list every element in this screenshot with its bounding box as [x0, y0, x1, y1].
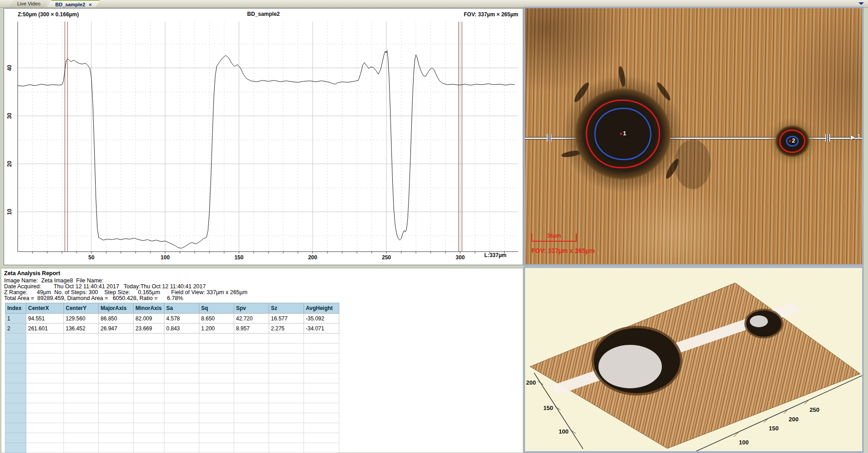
empty-cell [269, 353, 304, 363]
value-cell[interactable]: 4.578 [164, 314, 199, 324]
empty-table-row[interactable] [5, 383, 339, 393]
empty-cell [134, 334, 164, 343]
empty-table-row[interactable] [5, 353, 339, 363]
value-cell[interactable]: 42.720 [234, 314, 269, 324]
value-cell[interactable]: 26.947 [99, 324, 134, 334]
value-cell[interactable]: 261.601 [26, 324, 64, 334]
empty-cell [5, 413, 26, 423]
empty-table-row[interactable] [5, 343, 339, 353]
empty-table-row[interactable] [5, 403, 339, 413]
empty-cell [304, 393, 339, 403]
value-cell[interactable]: 86.850 [99, 314, 134, 324]
empty-cell [26, 353, 64, 363]
empty-cell [199, 393, 234, 403]
empty-cell [26, 363, 64, 373]
tab-overflow-button[interactable] [858, 1, 864, 6]
view-3d-panel[interactable]: 200150100250200150100 [524, 267, 863, 452]
empty-cell [234, 334, 269, 343]
chart-title: BD_sample2 [4, 11, 523, 17]
empty-cell [134, 383, 164, 393]
empty-cell [304, 334, 339, 343]
crater-1-cut-face [598, 345, 662, 388]
surface-3d-plot[interactable]: 200150100250200150100 [525, 268, 862, 451]
empty-cell [64, 383, 99, 393]
empty-cell [64, 433, 99, 443]
x-tick-label: 50 [88, 254, 95, 261]
value-cell[interactable]: 94.551 [26, 314, 64, 324]
value-cell[interactable]: 0.843 [164, 324, 199, 334]
empty-cell [164, 443, 199, 453]
empty-table-row[interactable] [5, 413, 339, 423]
empty-cell [99, 334, 134, 343]
empty-table-row[interactable] [5, 423, 339, 433]
x-tick-label: 300 [456, 254, 465, 261]
tab-bd-sample2[interactable]: BD_sample2× [47, 0, 100, 7]
chevron-down-icon [858, 2, 864, 5]
empty-table-row[interactable] [5, 363, 339, 373]
empty-table-row[interactable] [5, 373, 339, 383]
axis-3d-right-label: 250 [810, 406, 820, 413]
empty-cell [234, 433, 269, 443]
empty-table-row[interactable] [5, 433, 339, 443]
empty-cell [26, 373, 64, 383]
row-index-cell[interactable]: 1 [5, 314, 26, 324]
crater-2-label: 2 [792, 137, 795, 144]
value-cell[interactable]: 1.200 [199, 324, 234, 334]
empty-cell [164, 343, 199, 353]
value-cell[interactable]: 2.275 [269, 324, 304, 334]
empty-cell [134, 403, 164, 413]
empty-cell [64, 393, 99, 403]
empty-cell [99, 383, 134, 393]
empty-cell [304, 413, 339, 423]
empty-cell [269, 373, 304, 383]
scale-bar-label: 36µm [532, 233, 576, 239]
empty-cell [26, 393, 64, 403]
row-index-cell[interactable]: 2 [5, 324, 26, 334]
close-icon[interactable]: × [89, 2, 92, 7]
empty-cell [269, 363, 304, 373]
value-cell[interactable]: 129.560 [64, 314, 99, 324]
empty-table-row[interactable] [5, 393, 339, 403]
empty-cell [199, 413, 234, 423]
empty-table-row[interactable] [5, 334, 339, 343]
empty-cell [304, 353, 339, 363]
empty-cell [99, 353, 134, 363]
axis-3d-left-label: 150 [543, 405, 553, 411]
micrograph-panel[interactable]: + 1 + 2 36µm FOV: 337µm x 265µm 1 [524, 7, 863, 265]
profile-plot[interactable]: 5010015020025030010203040 [4, 9, 523, 265]
profile-chart-panel[interactable]: Z:50µm (300 × 0.166µm) BD_sample2 FOV: 3… [4, 8, 523, 265]
value-cell[interactable]: -35.092 [304, 314, 339, 324]
report-zrange-line: Z Range: 49µm No. of Steps: 300 Step Siz… [4, 289, 247, 296]
empty-cell [99, 433, 134, 443]
empty-cell [26, 343, 64, 353]
table-row[interactable]: 194.551129.56086.85082.0094.5788.65042.7… [5, 314, 339, 324]
empty-cell [64, 443, 99, 453]
value-cell[interactable]: -34.071 [304, 324, 339, 334]
empty-cell [5, 343, 26, 353]
value-cell[interactable]: 82.009 [134, 314, 164, 324]
empty-cell [199, 343, 234, 353]
empty-cell [5, 403, 26, 413]
empty-cell [164, 383, 199, 393]
empty-cell [5, 353, 26, 363]
results-table[interactable]: IndexCenterXCenterYMajorAxisMinorAxisSaS… [5, 303, 339, 453]
table-row[interactable]: 2261.601136.45226.94723.6690.8431.2008.9… [5, 324, 339, 334]
value-cell[interactable]: 16.577 [269, 314, 304, 324]
value-cell[interactable]: 8.650 [199, 314, 234, 324]
scan-cursor-left[interactable] [547, 134, 551, 142]
empty-cell [304, 423, 339, 433]
height-profile-trace [18, 51, 515, 248]
value-cell[interactable]: 23.669 [134, 324, 164, 334]
scan-cursor-right[interactable] [825, 134, 830, 142]
value-cell[interactable]: 136.452 [64, 324, 99, 334]
axis-3d-right-label: 100 [739, 439, 749, 446]
empty-table-row[interactable] [5, 443, 339, 453]
axis-3d-right-label: 200 [789, 416, 799, 423]
empty-cell [26, 403, 64, 413]
empty-cell [26, 383, 64, 393]
empty-cell [134, 373, 164, 383]
empty-cell [199, 373, 234, 383]
column-header-minoraxis: MinorAxis [134, 303, 164, 314]
value-cell[interactable]: 8.957 [234, 324, 269, 334]
tab-live-video[interactable]: Live Video [9, 0, 48, 7]
